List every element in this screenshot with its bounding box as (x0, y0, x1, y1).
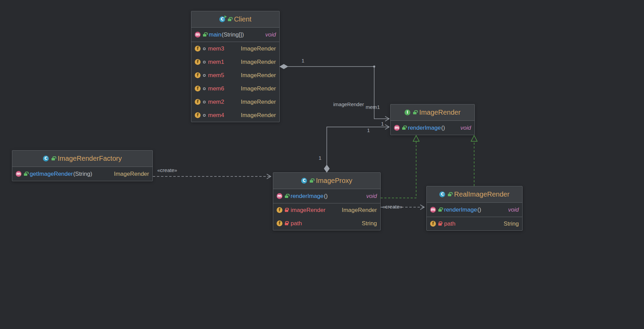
field-icon: f (195, 86, 201, 91)
member-row-mem4[interactable]: f mem4 ImageRender (191, 109, 279, 122)
field-icon: f (430, 221, 436, 227)
multiplicity-label: 1 (367, 127, 370, 133)
method-params: () (324, 193, 327, 200)
class-header-imagerenderfactory[interactable]: C ImageRenderFactory (12, 151, 152, 167)
edge-client-to-imagerender (288, 67, 389, 119)
member-row-path[interactable]: f path String (273, 217, 380, 230)
private-lock-icon (438, 223, 442, 226)
aggregation-diamond-icon (280, 64, 288, 69)
method-return-type: void (265, 31, 276, 38)
class-icon: C (439, 191, 445, 197)
member-row-mem3[interactable]: f mem3 ImageRender (191, 42, 279, 55)
field-name: imageRender (291, 207, 325, 214)
package-private-icon (203, 47, 206, 50)
role-label-mem1: mem1 (366, 104, 380, 110)
aggregation-diamond-icon (324, 165, 330, 172)
member-row-path[interactable]: f path String (427, 217, 522, 230)
public-lock-icon (203, 34, 206, 37)
class-header-realimagerender[interactable]: C RealImageRender (427, 186, 522, 203)
package-private-icon (203, 114, 206, 117)
field-type: ImageRender (241, 85, 276, 92)
edge-bend-dot-icon (373, 66, 375, 68)
field-type: ImageRender (241, 59, 276, 66)
arrowhead-icon (267, 174, 271, 179)
create-stereotype-label: «create» (157, 167, 177, 173)
member-row-getimagerender[interactable]: m getImageRender (String) ImageRender (12, 167, 152, 181)
member-row-renderimage[interactable]: m renderImage () void (427, 203, 522, 217)
public-lock-icon (228, 19, 231, 21)
method-params: (String[]) (222, 31, 244, 38)
class-box-imagerenderfactory[interactable]: C ImageRenderFactory m getImageRender (S… (12, 150, 153, 181)
multiplicity-label: 1 (381, 121, 384, 127)
field-name: mem6 (208, 85, 224, 92)
field-type: ImageRender (241, 45, 276, 52)
field-name: mem3 (208, 45, 224, 52)
field-icon: f (195, 59, 201, 65)
class-title: ImageRender (419, 109, 460, 116)
class-header-client[interactable]: C Client (191, 11, 279, 28)
package-private-icon (203, 74, 206, 77)
field-icon: f (195, 99, 201, 105)
edge-proxy-implements-imagerender (381, 142, 416, 198)
method-return-type: void (460, 125, 471, 131)
method-return-type: void (366, 193, 377, 200)
method-name: renderImage (408, 125, 441, 131)
class-box-realimagerender[interactable]: C RealImageRender m renderImage () void … (426, 186, 523, 231)
method-name: getImageRender (30, 171, 73, 177)
member-row-mem5[interactable]: f mem5 ImageRender (191, 69, 279, 82)
field-type: ImageRender (342, 207, 377, 214)
public-lock-icon (413, 112, 416, 114)
method-name: main (209, 31, 221, 38)
class-box-imageproxy[interactable]: C ImageProxy m renderImage () void f ima… (273, 172, 381, 230)
class-icon: C (301, 178, 307, 184)
member-row-mem1[interactable]: f mem1 ImageRender (191, 55, 279, 69)
arrowhead-icon (385, 116, 389, 121)
field-name: path (291, 220, 302, 227)
field-icon: f (195, 72, 201, 78)
field-type: String (362, 220, 377, 227)
field-name: mem2 (208, 99, 224, 105)
member-row-mem2[interactable]: f mem2 ImageRender (191, 95, 279, 109)
package-private-icon (203, 87, 206, 90)
public-lock-icon (285, 196, 288, 198)
package-private-icon (203, 101, 206, 103)
field-type: ImageRender (241, 72, 276, 79)
method-icon: m (430, 207, 436, 213)
class-title: Client (234, 15, 251, 23)
method-name: renderImage (291, 193, 323, 200)
member-row-main[interactable]: m main (String[]) void (191, 28, 279, 42)
arrowhead-icon (420, 205, 424, 210)
field-icon: f (195, 112, 201, 118)
method-return-type: void (508, 206, 519, 213)
private-lock-icon (285, 223, 288, 225)
class-title: ImageRenderFactory (58, 155, 122, 162)
member-row-renderimage[interactable]: m renderImage () void (391, 121, 474, 135)
method-icon: m (277, 193, 282, 199)
class-header-imagerender[interactable]: I ImageRender (391, 104, 474, 121)
class-icon-wrap: C (219, 16, 225, 22)
method-params: (String) (73, 171, 92, 177)
class-box-imagerender[interactable]: I ImageRender m renderImage () void (390, 104, 475, 135)
multiplicity-label: 1 (302, 58, 304, 63)
public-lock-icon (402, 127, 406, 130)
method-params: () (477, 206, 481, 213)
class-title: ImageProxy (316, 177, 352, 185)
field-name: path (444, 220, 455, 227)
class-box-client[interactable]: C Client m main (String[]) void f mem3 I… (191, 11, 280, 122)
create-stereotype-label: «create» (382, 204, 402, 210)
member-row-renderimage[interactable]: m renderImage () void (273, 189, 380, 203)
class-header-imageproxy[interactable]: C ImageProxy (273, 173, 380, 189)
run-main-icon (224, 15, 227, 18)
method-icon: m (16, 171, 21, 177)
field-type: String (504, 220, 519, 227)
member-row-imagerender-field[interactable]: f imageRender ImageRender (273, 203, 380, 217)
field-name: mem1 (208, 59, 224, 66)
package-private-icon (203, 61, 206, 63)
private-lock-icon (285, 210, 288, 212)
field-icon: f (277, 207, 282, 213)
member-row-mem6[interactable]: f mem6 ImageRender (191, 82, 279, 95)
public-lock-icon (52, 158, 55, 160)
method-name: renderImage (444, 206, 477, 213)
multiplicity-label: 1 (319, 155, 321, 161)
method-icon: m (195, 32, 201, 38)
